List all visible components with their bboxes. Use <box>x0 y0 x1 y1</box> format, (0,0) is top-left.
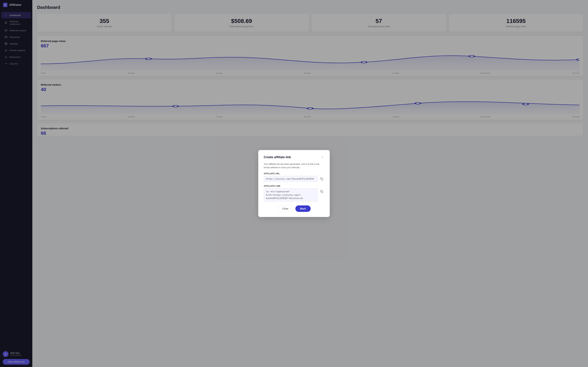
back-button[interactable]: Back <box>295 205 311 212</box>
modal-overlay[interactable]: Create affiliate link × Your affiliate l… <box>0 0 588 367</box>
close-button[interactable]: Close <box>277 205 293 212</box>
url-input-row <box>264 176 324 182</box>
copy-url-button[interactable] <box>319 176 324 182</box>
modal-close-button[interactable]: × <box>320 155 324 159</box>
affiliate-url-input[interactable] <box>264 176 318 182</box>
affiliate-link-textarea[interactable]: <a rel="sponsored" href="https://kinsta.… <box>264 188 318 202</box>
link-field-group: Affiliate link <a rel="sponsored" href="… <box>264 185 324 202</box>
svg-rect-13 <box>321 179 323 180</box>
link-field-label: Affiliate link <box>264 185 324 187</box>
modal: Create affiliate link × Your affiliate l… <box>258 150 330 217</box>
modal-header: Create affiliate link × <box>264 155 324 159</box>
url-field-group: Affiliate URL <box>264 172 324 182</box>
modal-footer: Close Back <box>264 205 324 212</box>
svg-rect-14 <box>321 191 323 193</box>
link-input-row: <a rel="sponsored" href="https://kinsta.… <box>264 188 324 202</box>
modal-description: Your affiliate link has been generated. … <box>264 162 324 169</box>
url-field-label: Affiliate URL <box>264 172 324 175</box>
modal-title: Create affiliate link <box>264 155 291 159</box>
copy-link-button[interactable] <box>319 189 324 194</box>
